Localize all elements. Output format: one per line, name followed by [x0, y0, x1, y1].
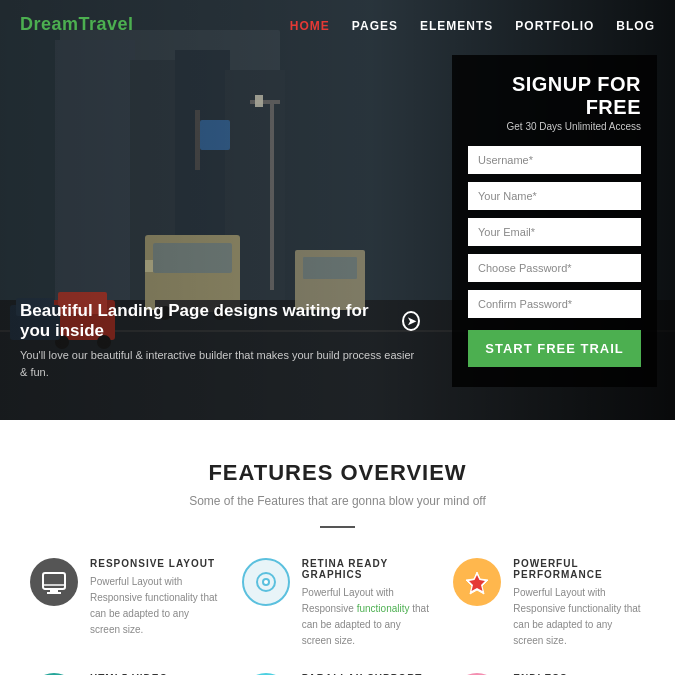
feature-name-retina: RETINA READY GRAPHICS: [302, 558, 434, 580]
svg-rect-29: [43, 573, 65, 589]
signup-subtitle: Get 30 Days Unlimited Access: [468, 121, 641, 132]
nav-link-blog: BLOG: [616, 19, 655, 33]
nav-link-portfolio: PORTFOLIO: [515, 19, 594, 33]
hero-subtitle: You'll love our beautiful & interactive …: [20, 347, 420, 380]
feature-desc-retina: Powerful Layout with Responsive function…: [302, 585, 434, 649]
feature-link-retina[interactable]: functionality: [357, 603, 410, 614]
logo-dream: Dream: [20, 14, 79, 34]
hero-title-text: Beautiful Landing Page designs waiting f…: [20, 301, 396, 341]
hero-section: Beautiful Landing Page designs waiting f…: [0, 0, 675, 420]
nav-link-elements: ELEMENTS: [420, 19, 493, 33]
nav-item-blog[interactable]: BLOG: [616, 16, 655, 34]
svg-rect-30: [50, 589, 58, 592]
nav-link-home: HOME: [290, 19, 330, 33]
confirm-password-input[interactable]: [468, 290, 641, 318]
signup-title: SIGNUP FOR FREE: [468, 73, 641, 119]
email-input[interactable]: [468, 218, 641, 246]
nav-item-pages[interactable]: PAGES: [352, 16, 398, 34]
feature-text-retina: RETINA READY GRAPHICS Powerful Layout wi…: [302, 558, 434, 649]
feature-name-performance: POWERFUL PERFORMANCE: [513, 558, 645, 580]
feature-desc-performance: Powerful Layout with Responsive function…: [513, 585, 645, 649]
username-input[interactable]: [468, 146, 641, 174]
performance-icon: [453, 558, 501, 606]
start-free-trial-button[interactable]: START FREE TRAIL: [468, 330, 641, 367]
name-input[interactable]: [468, 182, 641, 210]
features-divider: [320, 526, 355, 528]
feature-text-performance: POWERFUL PERFORMANCE Powerful Layout wit…: [513, 558, 645, 649]
feature-item-responsive: RESPONSIVE LAYOUT Powerful Layout with R…: [30, 558, 222, 649]
features-grid: RESPONSIVE LAYOUT Powerful Layout with R…: [30, 558, 645, 675]
responsive-layout-icon: [30, 558, 78, 606]
logo[interactable]: DreamTravel: [20, 14, 134, 35]
nav-links: HOME PAGES ELEMENTS PORTFOLIO BLOG: [290, 16, 655, 34]
features-title: FEATURES OVERVIEW: [30, 460, 645, 486]
logo-travel: Travel: [79, 14, 134, 34]
retina-icon: [242, 558, 290, 606]
nav-item-home[interactable]: HOME: [290, 16, 330, 34]
svg-rect-31: [47, 592, 61, 594]
hero-title: Beautiful Landing Page designs waiting f…: [20, 301, 420, 341]
nav-item-portfolio[interactable]: PORTFOLIO: [515, 16, 594, 34]
feature-text-responsive: RESPONSIVE LAYOUT Powerful Layout with R…: [90, 558, 222, 638]
nav-item-elements[interactable]: ELEMENTS: [420, 16, 493, 34]
svg-point-35: [264, 580, 268, 584]
feature-item-retina: RETINA READY GRAPHICS Powerful Layout wi…: [242, 558, 434, 649]
feature-name-responsive: RESPONSIVE LAYOUT: [90, 558, 222, 569]
hero-content: Beautiful Landing Page designs waiting f…: [20, 301, 420, 380]
feature-desc-responsive: Powerful Layout with Responsive function…: [90, 574, 222, 638]
feature-item-performance: POWERFUL PERFORMANCE Powerful Layout wit…: [453, 558, 645, 649]
password-input[interactable]: [468, 254, 641, 282]
signup-panel: SIGNUP FOR FREE Get 30 Days Unlimited Ac…: [452, 55, 657, 387]
features-subtitle: Some of the Features that are gonna blow…: [30, 494, 645, 508]
navbar: DreamTravel HOME PAGES ELEMENTS PORTFOLI…: [0, 0, 675, 49]
arrow-circle-icon: ➤: [402, 311, 420, 331]
features-section: FEATURES OVERVIEW Some of the Features t…: [0, 420, 675, 675]
nav-link-pages: PAGES: [352, 19, 398, 33]
